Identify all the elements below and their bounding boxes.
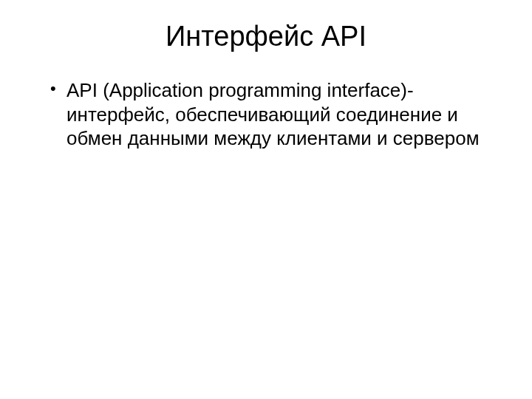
bullet-list: API (Application programming interface)-… (50, 78, 495, 151)
bullet-item: API (Application programming interface)-… (50, 78, 495, 151)
slide-content: API (Application programming interface)-… (37, 78, 495, 151)
slide-title: Интерфейс API (37, 21, 495, 52)
